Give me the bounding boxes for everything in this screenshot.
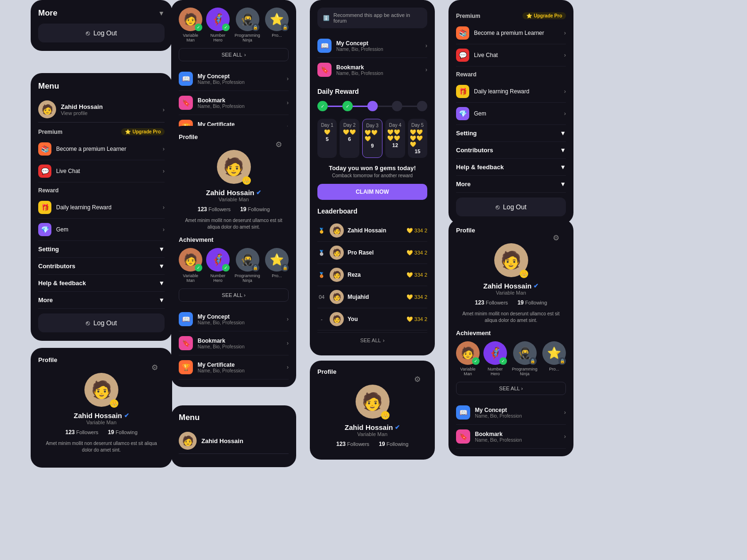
chevron-right-icon: › — [287, 75, 289, 82]
see-all-link[interactable]: SEE ALL › — [317, 332, 427, 348]
profile-wrap-cb: ⚙ Profile 🧑 👑 Zahid Hossain ✔ Variable M… — [317, 368, 427, 452]
more-right[interactable]: More ▼ — [456, 176, 566, 193]
contributors-right[interactable]: Contributors ▼ — [456, 142, 566, 159]
my-concept-right[interactable]: 📖 My Concept Name, Bio, Profession › — [456, 401, 566, 425]
ach-label-1: Variable Man — [179, 33, 202, 42]
chevron-right-icon: › — [564, 52, 566, 58]
logout-button-right[interactable]: ⎋ Log Out — [456, 198, 566, 216]
ach-av-3-right: 🥷 🔒 — [513, 341, 537, 365]
achievement-card: 🧑 ✓ Variable Man 🦸 ✓ Number Hero 🥷 🔒 Pro… — [171, 0, 296, 147]
timeline-line-2 — [353, 106, 367, 107]
gear-icon-right[interactable]: ⚙ — [553, 233, 559, 242]
profile-row[interactable]: 🧑 Zahid Hossain View profile › — [38, 97, 165, 123]
bookmark-icon: 🔖 — [179, 96, 193, 110]
menu-title-label: Menu — [38, 82, 59, 91]
day-gems-2: 💛💛 6 — [343, 129, 356, 142]
chevron-down-icon: ▼ — [158, 280, 165, 287]
certificate-item-mid[interactable]: 🏆 My Certificate Name, Bio, Profession › — [179, 355, 289, 379]
my-concept-top[interactable]: 📖 My Concept Name, Bio, Profession › — [317, 34, 427, 58]
achievement-item-pro: ⭐ 🔒 Pro... — [265, 8, 289, 42]
daily-reward-title: Daily Reward — [317, 88, 427, 95]
chevron-right-icon: › — [564, 88, 566, 95]
lb-avatar-2: 🧑 — [330, 246, 344, 260]
concept-text: My Concept Name, Bio, Profession — [198, 73, 282, 85]
lock-mid-3: 🔒 — [252, 264, 259, 272]
help-right[interactable]: Help & feedback ▼ — [456, 159, 566, 176]
timeline-line-1 — [328, 106, 342, 107]
ach-av-1-right: 🧑 ✓ — [456, 341, 480, 365]
ach-av-4-right: ⭐ 🔒 — [542, 341, 566, 365]
day-box-4: Day 4 💛💛💛💛 12 — [385, 119, 405, 158]
followers-count: 123 Followers — [65, 429, 98, 436]
bookmark-item-mid[interactable]: 🔖 Bookmark Name, Bio, Profession › — [179, 331, 289, 355]
profile-title: Profile — [38, 356, 57, 363]
daily-reward-item[interactable]: 🎁 Daily learning Reward › — [38, 197, 165, 219]
see-all-button[interactable]: SEE ALL › — [179, 48, 289, 61]
more-section[interactable]: More ▼ — [38, 292, 165, 309]
timeline-dot-3 — [367, 101, 378, 111]
gear-icon[interactable]: ⚙ — [151, 363, 158, 372]
logout-label: Log Out — [93, 29, 117, 37]
bookmark-right[interactable]: 🔖 Bookmark Name, Bio, Profession › — [456, 425, 566, 449]
premium-learner-right[interactable]: 📚 Become a premium Learner › — [456, 22, 566, 44]
chevron-down-icon: ▼ — [158, 246, 165, 253]
lb-avatar-you: 🧑 — [330, 312, 344, 326]
chat-icon: 💬 — [38, 165, 51, 178]
menu-card-top-left: More ▼ ⎋ Log Out — [31, 0, 172, 51]
gem-right[interactable]: 💎 Gem › — [456, 103, 566, 125]
logout-icon-right: ⎋ — [496, 203, 499, 211]
see-all-btn-right[interactable]: SEE ALL › — [456, 382, 566, 395]
premium-learner-item[interactable]: 📚 Become a premium Learner › — [38, 138, 165, 160]
menu-card-full: Menu 🧑 Zahid Hossain View profile › Prem… — [31, 73, 172, 341]
see-all-btn-mid[interactable]: SEE ALL › — [179, 288, 289, 302]
premium-card-right: Premium ⭐ Upgrade Pro 📚 Become a premium… — [448, 0, 573, 224]
check-right-1: ✓ — [472, 357, 480, 365]
daily-reward-label: Daily learning Reward — [56, 204, 158, 211]
live-chat-right[interactable]: 💬 Live Chat › — [456, 44, 566, 66]
star-icon: ⭐ — [125, 129, 131, 134]
achievement-title-mid: Achievment — [179, 236, 214, 243]
lb-score-you: 💛 334 2 — [407, 316, 427, 322]
crown-icon-mid: 👑 — [242, 176, 251, 185]
arrow-right-icon: › — [244, 52, 246, 58]
rank-you: - — [317, 316, 326, 322]
verified-right: ✔ — [533, 282, 539, 289]
gem-item[interactable]: 💎 Gem › — [38, 219, 165, 241]
ach-av-2-mid: 🦸 ✓ — [206, 248, 230, 272]
setting-section[interactable]: Setting ▼ — [38, 241, 165, 258]
gear-icon-mid[interactable]: ⚙ — [275, 140, 282, 149]
profile-row-bot[interactable]: 🧑 Zahid Hossain — [179, 428, 289, 454]
lock-right-4: 🔒 — [558, 357, 566, 365]
my-concept-item[interactable]: 📖 My Concept Name, Bio, Profession › — [179, 67, 289, 91]
logout-icon: ⎋ — [86, 29, 90, 37]
achievement-avatar-3: 🥷 🔒 — [236, 8, 259, 31]
gem-icon-right: 💎 — [456, 107, 469, 120]
ach-av-3-mid: 🥷 🔒 — [236, 248, 259, 272]
chevron-right-icon: › — [163, 204, 165, 211]
my-concept-item-mid[interactable]: 📖 My Concept Name, Bio, Profession › — [179, 307, 289, 331]
bookmark-item[interactable]: 🔖 Bookmark Name, Bio, Profession › — [179, 91, 289, 115]
logout-button-2[interactable]: ⎋ Log Out — [38, 313, 165, 332]
profile-sub: View profile — [61, 110, 103, 116]
chat-icon-right: 💬 — [456, 49, 469, 62]
ach-item-1-right: 🧑 ✓ Variable Man — [456, 341, 480, 376]
setting-right[interactable]: Setting ▼ — [456, 125, 566, 142]
contributors-section[interactable]: Contributors ▼ — [38, 258, 165, 275]
ach-item-1-mid: 🧑 ✓ Variable Man — [179, 248, 202, 283]
day-box-3: Day 3 💛💛💛 9 — [362, 119, 382, 158]
help-section[interactable]: Help & feedback ▼ — [38, 275, 165, 292]
ach-av-1-mid: 🧑 ✓ — [179, 248, 202, 272]
logout-button[interactable]: ⎋ Log Out — [38, 24, 165, 42]
live-chat-item[interactable]: 💬 Live Chat › — [38, 160, 165, 182]
lb-name-2: Pro Rasel — [348, 249, 403, 256]
timeline-dot-4 — [392, 101, 402, 111]
bookmark-top[interactable]: 🔖 Bookmark Name, Bio, Profession › — [317, 58, 427, 82]
daily-reward-right[interactable]: 🎁 Daily learning Reward › — [456, 81, 566, 103]
achievement-item-variable-man: 🧑 ✓ Variable Man — [179, 8, 202, 42]
claim-now-button[interactable]: CLAIM NOW — [317, 184, 427, 200]
gem-icon: 💛 — [407, 294, 413, 300]
gear-icon-cb[interactable]: ⚙ — [414, 375, 421, 384]
ach-item-3-right: 🥷 🔒 Programming Ninja — [511, 341, 539, 376]
live-chat-label: Live Chat — [56, 168, 158, 174]
chevron-down-icon: ▼ — [158, 9, 165, 17]
